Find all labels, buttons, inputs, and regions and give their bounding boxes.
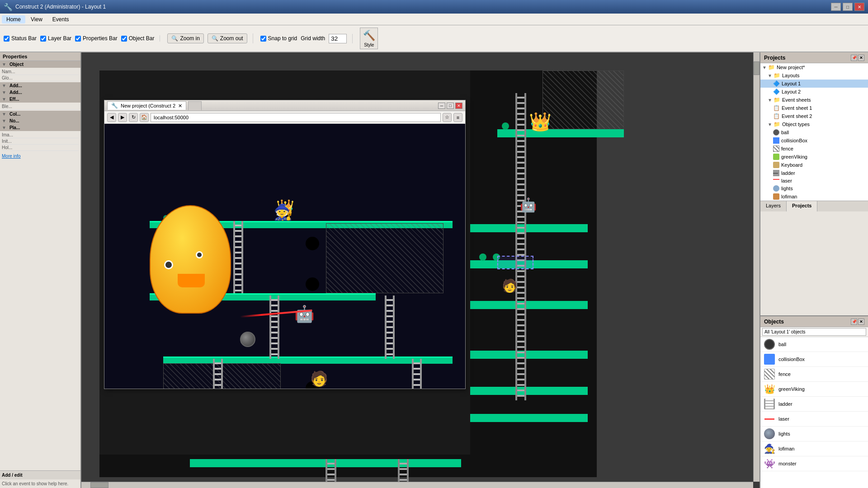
browser-maximize[interactable]: □ xyxy=(447,103,454,109)
objects-close-button[interactable]: ✕ xyxy=(858,319,864,325)
browser-minimize[interactable]: ─ xyxy=(438,103,445,109)
tree-eventsheet2[interactable]: 📋 Event sheet 2 xyxy=(760,112,868,120)
canvas-scrollbar-vertical[interactable] xyxy=(753,52,760,482)
properties-bar-checkbox[interactable]: Properties Bar xyxy=(75,35,118,42)
zoom-in-button[interactable]: 🔍 Zoom in xyxy=(167,33,203,43)
scrollbar-thumb-v[interactable] xyxy=(754,61,760,75)
object-bar-checkbox[interactable]: Object Bar xyxy=(121,35,155,42)
object-item-lights[interactable]: lights xyxy=(760,427,868,441)
maximize-button[interactable]: □ xyxy=(843,3,853,11)
properties-panel: Properties ▼ Object Nam... Glo... ▼Add..… xyxy=(0,52,81,488)
ball-thumb xyxy=(764,339,775,350)
object-item-collision[interactable]: collisionBox xyxy=(760,352,868,367)
url-bar[interactable] xyxy=(151,113,441,122)
close-button[interactable]: ✕ xyxy=(854,3,864,11)
layer-bar-checkbox[interactable]: Layer Bar xyxy=(40,35,71,42)
tree-obj-laser[interactable]: laser xyxy=(760,177,868,184)
bookmark-button[interactable]: ☆ xyxy=(443,113,452,122)
add-edit-button[interactable]: Add / edit xyxy=(0,470,80,479)
tree-obj-lights[interactable]: lights xyxy=(760,184,868,192)
tree-layout2-label: Layout 2 xyxy=(782,89,801,94)
props-name-row: Nam... xyxy=(2,69,79,75)
object-item-ladder[interactable]: ladder xyxy=(760,397,868,412)
tree-objecttypes-label: Object types xyxy=(782,122,810,127)
tree-root[interactable]: ▼ 📁 New project* xyxy=(760,63,868,71)
tree-object-types[interactable]: ▼ 📁 Object types xyxy=(760,120,868,128)
collision-tree-icon xyxy=(773,137,779,144)
props-hol-row: Hol... xyxy=(2,145,79,151)
projects-header: Projects 📌 ✕ xyxy=(760,52,868,63)
back-button[interactable]: ◀ xyxy=(107,113,116,122)
tree-obj-ladder[interactable]: — ladder xyxy=(760,169,868,177)
tree-collision-label: collisionBox xyxy=(781,138,807,143)
browser-tab-close[interactable]: ✕ xyxy=(178,103,182,109)
tree-event-sheets[interactable]: ▼ 📁 Event sheets xyxy=(760,96,868,104)
properties-header: Properties xyxy=(0,52,80,61)
props-section-object: ▼ Object xyxy=(0,61,80,68)
browser-window-controls: ─ □ ✕ xyxy=(438,103,462,109)
tab-projects[interactable]: Projects xyxy=(787,201,817,211)
browser-close[interactable]: ✕ xyxy=(455,103,462,109)
fence-thumb xyxy=(764,369,775,380)
props-spacer xyxy=(0,160,80,470)
browser-titlebar: 🔧 New project (Construct 2 ✕ ─ □ ✕ xyxy=(104,100,465,111)
forward-button[interactable]: ▶ xyxy=(118,113,127,122)
object-item-ball[interactable]: ball xyxy=(760,337,868,352)
zoom-out-button[interactable]: 🔍 Zoom out xyxy=(208,33,247,43)
tree-obj-collision[interactable]: collisionBox xyxy=(760,136,868,145)
object-item-greenviking[interactable]: 👑 greenViking xyxy=(760,382,868,397)
greenviking-item-label: greenViking xyxy=(778,386,805,392)
tree-keyboard-label: Keyboard xyxy=(781,162,802,168)
lofiman-thumb: 🧙 xyxy=(764,443,775,454)
snap-to-grid-checkbox[interactable]: Snap to grid xyxy=(260,35,297,42)
menu-button[interactable]: ≡ xyxy=(453,113,462,122)
tree-obj-lofiman[interactable]: lofiman xyxy=(760,192,868,201)
canvas-area[interactable]: 👑 🤖 🧑 🔧 xyxy=(81,52,760,488)
tree-layouts[interactable]: ▼ 📁 Layouts xyxy=(760,71,868,80)
tree-layout1[interactable]: 🔷 Layout 1 xyxy=(760,80,868,88)
menu-events[interactable]: Events xyxy=(48,15,74,23)
tree-obj-fence[interactable]: fence xyxy=(760,145,868,153)
canvas-scrollbar-horizontal[interactable] xyxy=(81,482,753,488)
event2-icon: 📋 xyxy=(773,113,780,119)
tree-obj-keyboard[interactable]: Keyboard xyxy=(760,161,868,169)
lights-item-label: lights xyxy=(778,431,790,436)
more-info-link[interactable]: More info xyxy=(0,152,80,160)
tree-obj-ball[interactable]: ball xyxy=(760,128,868,136)
bottom-canvas xyxy=(99,455,597,477)
style-button[interactable]: 🔨 Style xyxy=(360,28,378,49)
menu-view[interactable]: View xyxy=(26,15,47,23)
browser-new-tab[interactable] xyxy=(188,101,202,110)
status-bar-checkbox[interactable]: Status Bar xyxy=(4,35,37,42)
refresh-button[interactable]: ↻ xyxy=(129,113,138,122)
platform-r5 xyxy=(470,351,588,359)
tab-layers[interactable]: Layers xyxy=(760,201,787,211)
ladder-tree-icon: — xyxy=(773,170,779,176)
object-item-laser[interactable]: laser xyxy=(760,412,868,427)
grid-width-input[interactable] xyxy=(329,34,347,43)
object-item-monster[interactable]: 👾 monster xyxy=(760,456,868,471)
minimize-button[interactable]: ─ xyxy=(831,3,841,11)
props-section-pla: ▼Pla... xyxy=(0,124,80,131)
greenviking-tree-icon xyxy=(773,154,779,160)
fence-top-right xyxy=(326,223,443,293)
scrollbar-thumb-h[interactable] xyxy=(90,482,108,488)
menu-home[interactable]: Home xyxy=(2,15,25,23)
collision-item-label: collisionBox xyxy=(778,357,805,362)
object-item-fence[interactable]: fence xyxy=(760,367,868,382)
tree-obj-greenviking[interactable]: greenViking xyxy=(760,153,868,161)
projects-close-button[interactable]: ✕ xyxy=(858,55,864,61)
browser-tab-label: New project (Construct 2 xyxy=(121,103,175,108)
home-button[interactable]: 🏠 xyxy=(140,113,149,122)
lofiman-item-label: lofiman xyxy=(778,446,794,451)
ball-object xyxy=(240,332,255,347)
browser-tab[interactable]: 🔧 New project (Construct 2 ✕ xyxy=(107,101,186,110)
tree-eventsheet1[interactable]: 📋 Event sheet 1 xyxy=(760,104,868,112)
objects-filter-input[interactable] xyxy=(762,328,866,336)
objects-list: ball collisionBox fence 👑 greenViking xyxy=(760,337,868,488)
objects-pin-button[interactable]: 📌 xyxy=(851,319,857,325)
tree-layout2[interactable]: 🔷 Layout 2 xyxy=(760,88,868,96)
projects-pin-button[interactable]: 📌 xyxy=(851,55,857,61)
browser-window: 🔧 New project (Construct 2 ✕ ─ □ ✕ ◀ ▶ ↻… xyxy=(104,100,466,389)
object-item-lofiman[interactable]: 🧙 lofiman xyxy=(760,441,868,456)
